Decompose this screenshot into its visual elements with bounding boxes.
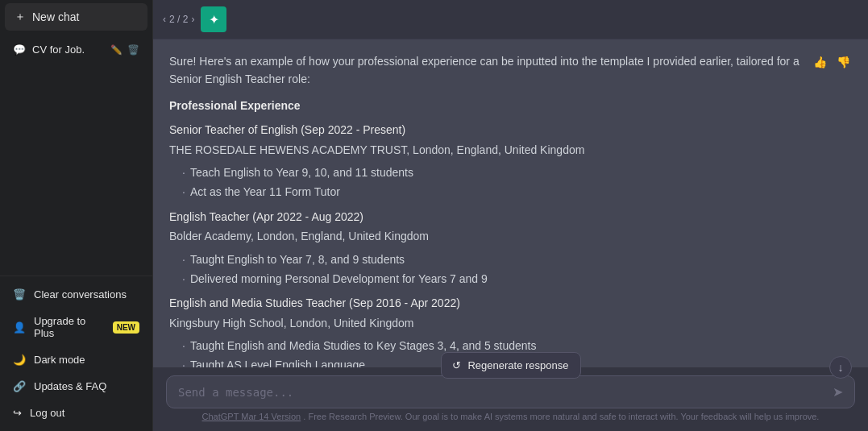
job1-title: Senior Teacher of English (Sep 2022 - Pr… [169,121,800,139]
main-panel: ‹ 2 / 2 › ✦ Sure! Here's an example of h… [153,0,868,431]
bullet-item: ·Taught English to Year 7, 8, and 9 stud… [169,251,800,268]
sidebar-bottom: 🗑️ Clear conversations 👤 Upgrade to Plus… [0,276,152,431]
moon-icon: 🌙 [13,354,26,366]
left-arrow-button[interactable]: ‹ [163,14,166,25]
message-intro: Sure! Here's an example of how your prof… [169,52,800,89]
link-icon: 🔗 [13,380,26,392]
nav-arrows: ‹ 2 / 2 › [163,14,194,25]
edit-icon[interactable]: ✏️ [110,44,123,56]
bullet-item: ·Teach English to Year 9, 10, and 11 stu… [169,164,800,181]
send-icon: ➤ [833,385,843,399]
upgrade-to-plus-button[interactable]: 👤 Upgrade to Plus NEW [5,308,147,346]
log-out-label: Log out [30,407,64,419]
chat-bubble-icon: 💬 [13,44,26,56]
updates-faq-button[interactable]: 🔗 Updates & FAQ [5,373,147,400]
clear-conversations-label: Clear conversations [34,288,127,300]
page-current: 2 [169,14,175,25]
send-button[interactable]: ➤ [833,384,843,400]
scroll-bottom-button[interactable]: ↓ [829,356,852,379]
new-chat-button[interactable]: ＋ New chat [5,3,147,31]
job1-org: THE ROSEDALE HEWENS ACADEMY TRUST, Londo… [169,141,800,159]
regenerate-icon: ↺ [452,359,461,371]
right-arrow-button[interactable]: › [191,14,194,25]
updates-faq-label: Updates & FAQ [34,380,106,392]
dark-mode-button[interactable]: 🌙 Dark mode [5,346,147,373]
chat-list: 💬 CV for Job. ✏️ 🗑️ [0,34,152,276]
dark-mode-label: Dark mode [34,354,85,366]
job3-org: Kingsbury High School, London, United Ki… [169,314,800,332]
new-badge: NEW [113,321,139,334]
person-icon: 👤 [13,321,26,334]
delete-icon[interactable]: 🗑️ [127,44,139,56]
message-feedback: 👍 👎 [812,52,852,70]
job3-title: English and Media Studies Teacher (Sep 2… [169,294,800,312]
message-text: Sure! Here's an example of how your prof… [169,52,800,367]
log-out-button[interactable]: ↪ Log out [5,400,147,426]
nav-bar: ‹ 2 / 2 › ✦ [153,0,868,39]
sidebar: ＋ New chat 💬 CV for Job. ✏️ 🗑️ 🗑️ Clear … [0,0,153,431]
thumbs-down-button[interactable]: 👎 [835,54,852,70]
input-wrapper: ➤ [166,375,855,408]
job2-org: Bolder Academy, London, England, United … [169,227,800,245]
footer-link[interactable]: ChatGPT Mar 14 Version [202,412,301,421]
chat-item-label: CV for Job. [32,44,85,56]
messages-area: Sure! Here's an example of how your prof… [153,39,868,367]
clear-conversations-button[interactable]: 🗑️ Clear conversations [5,281,147,308]
logout-icon: ↪ [13,407,22,419]
bullet-item: ·Delivered morning Personal Development … [169,270,800,288]
assistant-message: Sure! Here's an example of how your prof… [153,39,868,367]
scroll-down-icon: ↓ [838,361,844,374]
footer-text: ChatGPT Mar 14 Version . Free Research P… [166,408,855,428]
regenerate-tooltip[interactable]: ↺ Regenerate response [440,352,580,379]
section-title: Professional Experience [169,97,800,114]
upgrade-label: Upgrade to Plus [34,315,102,339]
thumbs-up-button[interactable]: 👍 [812,54,829,70]
page-info: 2 / 2 [169,14,188,25]
page-total: 2 [183,14,189,25]
job2-title: English Teacher (Apr 2022 - Aug 2022) [169,208,800,226]
plus-icon: ＋ [15,10,26,24]
new-chat-label: New chat [32,10,79,23]
bullet-item: ·Act as the Year 11 Form Tutor [169,183,800,201]
message-input[interactable] [178,386,824,399]
regenerate-label: Regenerate response [467,359,568,371]
clear-icon: 🗑️ [13,288,26,300]
list-item[interactable]: 💬 CV for Job. ✏️ 🗑️ [5,37,147,62]
avatar: ✦ [201,6,226,32]
